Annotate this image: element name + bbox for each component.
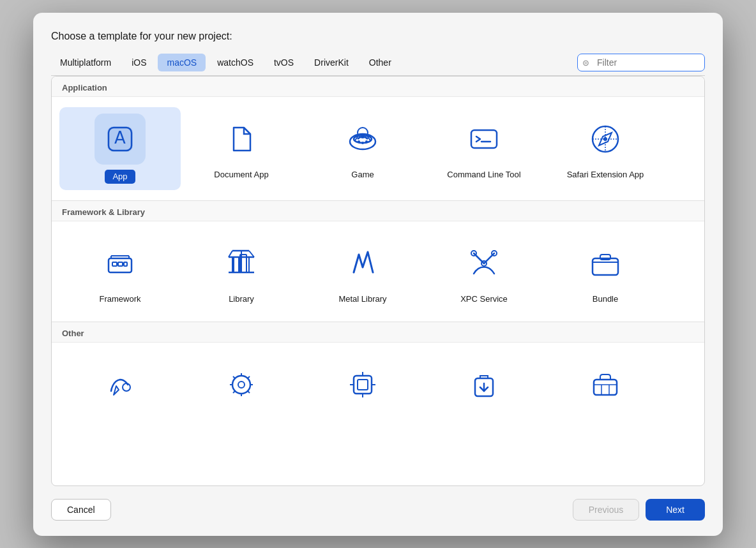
template-icon-command-line-tool	[458, 114, 510, 165]
cancel-button[interactable]: Cancel	[51, 499, 111, 521]
template-label: Library	[229, 294, 254, 305]
template-item-bundle[interactable]: Bundle	[545, 232, 666, 311]
template-icon-bundle	[580, 238, 631, 289]
template-icon-game	[337, 114, 388, 165]
tab-watchos[interactable]: watchOS	[208, 54, 262, 71]
svg-rect-19	[112, 262, 117, 266]
template-label: Game	[351, 170, 374, 181]
svg-point-43	[123, 383, 130, 391]
template-item-app[interactable]: A App	[59, 107, 181, 191]
template-label: App	[105, 170, 135, 184]
svg-point-10	[365, 140, 368, 143]
template-item-other3[interactable]	[302, 353, 423, 422]
svg-rect-54	[354, 376, 372, 394]
tab-macos[interactable]: macOS	[158, 54, 206, 71]
filter-icon: ⊜	[582, 57, 589, 67]
filter-input[interactable]	[577, 54, 705, 71]
template-label: Command Line Tool	[447, 170, 520, 181]
next-button[interactable]: Next	[646, 499, 705, 521]
svg-rect-55	[358, 380, 368, 390]
filter-wrapper: ⊜	[577, 54, 705, 71]
section-other: Other	[52, 322, 704, 432]
tab-other[interactable]: Other	[360, 54, 400, 71]
template-icon-document-app	[216, 114, 267, 165]
template-item-other5[interactable]	[545, 353, 666, 422]
template-item-other4[interactable]	[423, 353, 545, 422]
svg-line-50	[233, 376, 235, 378]
svg-line-51	[248, 376, 250, 378]
section-header: Other	[52, 322, 704, 343]
template-label: XPC Service	[460, 294, 508, 305]
section-header: Application	[52, 77, 704, 97]
svg-rect-62	[594, 380, 617, 395]
section-header: Framework & Library	[52, 201, 704, 221]
svg-point-9	[361, 142, 364, 144]
svg-line-52	[233, 391, 235, 393]
template-item-other1[interactable]	[59, 353, 181, 422]
tabs-row: MultiplatformiOSmacOSwatchOStvOSDriverKi…	[51, 54, 705, 76]
svg-point-45	[238, 381, 245, 388]
svg-rect-41	[593, 258, 618, 275]
template-label: Framework	[99, 294, 140, 305]
template-label: Document App	[214, 170, 268, 181]
footer: Cancel Previous Next	[51, 499, 705, 521]
svg-line-31	[229, 251, 232, 257]
template-item-metal-library[interactable]: Metal Library	[302, 232, 423, 311]
nav-buttons: Previous Next	[573, 499, 705, 521]
template-item-command-line-tool[interactable]: Command Line Tool	[423, 107, 545, 191]
template-item-other2[interactable]	[181, 353, 302, 422]
template-icon-app: A	[94, 114, 146, 165]
template-item-safari-extension-app[interactable]: Safari Extension App	[545, 107, 666, 191]
template-label: Bundle	[593, 294, 618, 305]
tabs-list: MultiplatformiOSmacOSwatchOStvOSDriverKi…	[51, 54, 577, 75]
tab-ios[interactable]: iOS	[123, 54, 155, 71]
template-item-document-app[interactable]: Document App	[181, 107, 302, 191]
template-icon-other2	[216, 359, 267, 410]
items-grid	[52, 343, 704, 432]
template-icon-other1	[94, 359, 146, 410]
tab-multiplatform[interactable]: Multiplatform	[51, 54, 120, 71]
tab-tvos[interactable]: tvOS	[265, 54, 303, 71]
dialog-title: Choose a template for your new project:	[51, 31, 705, 42]
svg-point-17	[603, 137, 607, 141]
template-icon-metal-library	[337, 238, 388, 289]
template-icon-other5	[580, 359, 631, 410]
items-grid: Framework Library Metal Library XPC Serv…	[52, 221, 704, 322]
template-label: Safari Extension App	[567, 170, 644, 181]
template-chooser-dialog: Choose a template for your new project: …	[33, 13, 723, 536]
svg-line-32	[249, 251, 254, 257]
content-area: Application A App Document App Game Comm…	[51, 76, 705, 486]
template-icon-other4	[458, 359, 510, 410]
template-item-library[interactable]: Library	[181, 232, 302, 311]
template-item-framework[interactable]: Framework	[59, 232, 181, 311]
template-item-xpc-service[interactable]: XPC Service	[423, 232, 545, 311]
svg-rect-20	[118, 262, 123, 266]
template-icon-other3	[337, 359, 388, 410]
svg-text:A: A	[114, 128, 126, 147]
template-item-game[interactable]: Game	[302, 107, 423, 191]
template-icon-library	[216, 238, 267, 289]
svg-line-53	[248, 391, 250, 393]
template-label: Metal Library	[338, 294, 386, 305]
template-icon-xpc-service	[458, 238, 510, 289]
section-application: Application A App Document App Game Comm…	[52, 77, 704, 202]
template-icon-framework	[94, 238, 146, 289]
section-framework---library: Framework & Library Framework Library Me…	[52, 201, 704, 322]
svg-point-8	[358, 140, 360, 143]
template-icon-safari-extension-app	[580, 114, 631, 165]
tab-driverkit[interactable]: DriverKit	[305, 54, 358, 71]
svg-rect-11	[471, 130, 497, 148]
items-grid: A App Document App Game Command Line Too…	[52, 97, 704, 201]
previous-button[interactable]: Previous	[573, 499, 639, 521]
svg-point-44	[232, 376, 250, 394]
svg-rect-21	[124, 262, 127, 266]
